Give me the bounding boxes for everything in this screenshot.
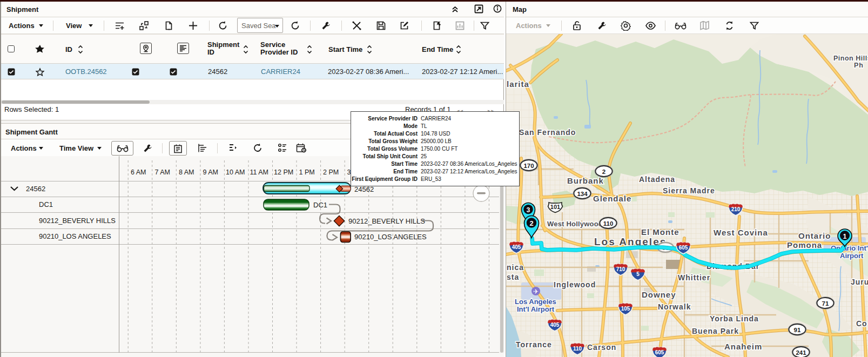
svg-text:1: 1 <box>843 233 847 240</box>
svg-text:Torrance: Torrance <box>516 340 552 349</box>
svg-text:110: 110 <box>603 220 614 227</box>
svg-text:110: 110 <box>573 346 582 352</box>
svg-text:241: 241 <box>796 349 806 356</box>
svg-text:Pinon Hills: Pinon Hills <box>833 55 868 62</box>
svg-text:DC1: DC1 <box>39 200 53 208</box>
svg-text:24562: 24562 <box>26 185 45 193</box>
svg-text:170: 170 <box>523 163 534 169</box>
svg-text:larita: larita <box>507 79 529 89</box>
svg-text:Los Angeles: Los Angeles <box>515 298 556 306</box>
svg-text:105: 105 <box>621 306 630 312</box>
svg-text:405: 405 <box>512 244 521 250</box>
svg-text:5: 5 <box>636 271 640 277</box>
svg-text:6 AM: 6 AM <box>131 169 146 176</box>
svg-text:71: 71 <box>822 300 829 307</box>
svg-text:2 PM: 2 PM <box>323 169 339 176</box>
svg-text:90210_LOS ANGELES: 90210_LOS ANGELES <box>39 232 111 240</box>
svg-text:Sierra Madre: Sierra Madre <box>663 186 715 195</box>
svg-text:7 AM: 7 AM <box>155 169 171 176</box>
svg-text:210: 210 <box>731 206 741 212</box>
svg-text:1 PM: 1 PM <box>299 169 315 176</box>
svg-text:9 AM: 9 AM <box>203 169 219 176</box>
svg-text:nica: nica <box>507 263 524 272</box>
svg-text:12 PM: 12 PM <box>274 169 293 176</box>
svg-text:405: 405 <box>550 322 560 328</box>
svg-text:El Monte: El Monte <box>641 227 679 237</box>
svg-text:Yorba Linda: Yorba Linda <box>710 314 759 323</box>
svg-text:101: 101 <box>550 204 560 210</box>
svg-text:Airport: Airport <box>840 252 864 260</box>
svg-text:90210_LOS ANGELES: 90210_LOS ANGELES <box>354 233 427 241</box>
svg-text:Co: Co <box>856 319 867 328</box>
svg-text:Int'l Airport: Int'l Airport <box>517 305 555 313</box>
svg-text:Buena Park: Buena Park <box>692 327 739 335</box>
svg-text:605: 605 <box>679 245 688 251</box>
svg-text:Ontario: Ontario <box>798 231 831 240</box>
svg-text:134: 134 <box>577 191 588 197</box>
svg-text:3: 3 <box>527 206 530 214</box>
svg-text:DC1: DC1 <box>313 201 327 209</box>
svg-text:2: 2 <box>529 219 533 227</box>
svg-text:Altadena: Altadena <box>639 175 675 184</box>
svg-text:Ph: Ph <box>854 62 864 69</box>
svg-text:Glendale: Glendale <box>593 194 631 203</box>
svg-text:Jurup: Jurup <box>851 278 868 286</box>
svg-text:Burbank: Burbank <box>567 176 604 185</box>
svg-text:11 AM: 11 AM <box>250 169 269 176</box>
svg-text:90212_BEVERLY HILLS: 90212_BEVERLY HILLS <box>348 217 425 225</box>
svg-text:605: 605 <box>655 349 664 355</box>
svg-text:Anaheim: Anaheim <box>724 342 762 351</box>
svg-text:Inglewood: Inglewood <box>554 280 596 289</box>
svg-text:90212_BEVERLY HILLS: 90212_BEVERLY HILLS <box>39 217 116 225</box>
svg-text:San Fernando: San Fernando <box>519 128 576 137</box>
svg-text:sta: sta <box>507 273 519 281</box>
svg-text:Whittier: Whittier <box>678 273 710 282</box>
svg-text:West Covina: West Covina <box>714 228 768 237</box>
svg-text:Carson: Carson <box>587 343 616 352</box>
svg-text:Norwalk: Norwalk <box>658 302 691 311</box>
svg-text:2: 2 <box>602 169 605 175</box>
svg-text:Pomona: Pomona <box>787 240 822 250</box>
svg-text:10 AM: 10 AM <box>226 169 245 176</box>
svg-text:✈: ✈ <box>533 288 539 295</box>
svg-text:91: 91 <box>794 327 801 333</box>
svg-text:West Hollywood: West Hollywood <box>547 220 603 228</box>
svg-text:710: 710 <box>616 266 625 272</box>
svg-text:8 AM: 8 AM <box>179 169 194 176</box>
svg-text:Downey: Downey <box>642 290 676 299</box>
